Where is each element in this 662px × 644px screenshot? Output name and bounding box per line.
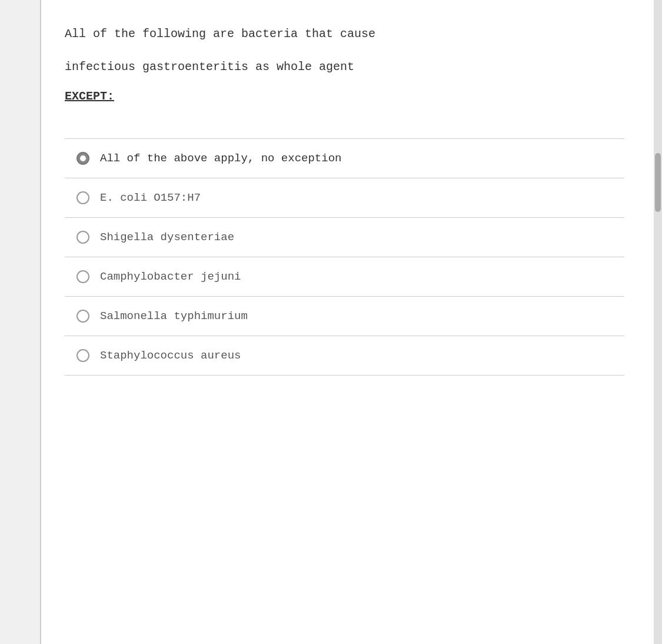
main-content: All of the following are bacteria that c… bbox=[41, 0, 654, 644]
option-text-6: Staphylococcus aureus bbox=[100, 349, 241, 362]
question-line1: All of the following are bacteria that c… bbox=[65, 24, 624, 45]
option-row-1[interactable]: All of the above apply, no exception bbox=[65, 138, 624, 178]
options-container: All of the above apply, no exceptionE. c… bbox=[65, 138, 624, 376]
radio-button-5[interactable] bbox=[76, 310, 89, 323]
page-container: All of the following are bacteria that c… bbox=[0, 0, 662, 644]
option-text-5: Salmonella typhimurium bbox=[100, 310, 248, 323]
radio-button-2[interactable] bbox=[76, 191, 89, 204]
option-text-3: Shigella dysenteriae bbox=[100, 231, 234, 244]
question-line2: infectious gastroenteritis as whole agen… bbox=[65, 57, 624, 78]
option-text-2: E. coli O157:H7 bbox=[100, 191, 201, 204]
option-text-4: Camphylobacter jejuni bbox=[100, 270, 241, 283]
radio-button-1[interactable] bbox=[76, 152, 89, 165]
scrollbar[interactable] bbox=[654, 0, 662, 644]
option-row-6[interactable]: Staphylococcus aureus bbox=[65, 336, 624, 376]
radio-button-3[interactable] bbox=[76, 231, 89, 244]
option-row-2[interactable]: E. coli O157:H7 bbox=[65, 178, 624, 218]
option-row-3[interactable]: Shigella dysenteriae bbox=[65, 218, 624, 257]
option-row-5[interactable]: Salmonella typhimurium bbox=[65, 297, 624, 336]
except-label: EXCEPT: bbox=[65, 89, 114, 103]
left-border bbox=[0, 0, 41, 644]
option-text-1: All of the above apply, no exception bbox=[100, 152, 341, 165]
radio-button-6[interactable] bbox=[76, 349, 89, 362]
radio-button-4[interactable] bbox=[76, 270, 89, 283]
option-row-4[interactable]: Camphylobacter jejuni bbox=[65, 257, 624, 297]
scrollbar-thumb[interactable] bbox=[655, 153, 661, 212]
